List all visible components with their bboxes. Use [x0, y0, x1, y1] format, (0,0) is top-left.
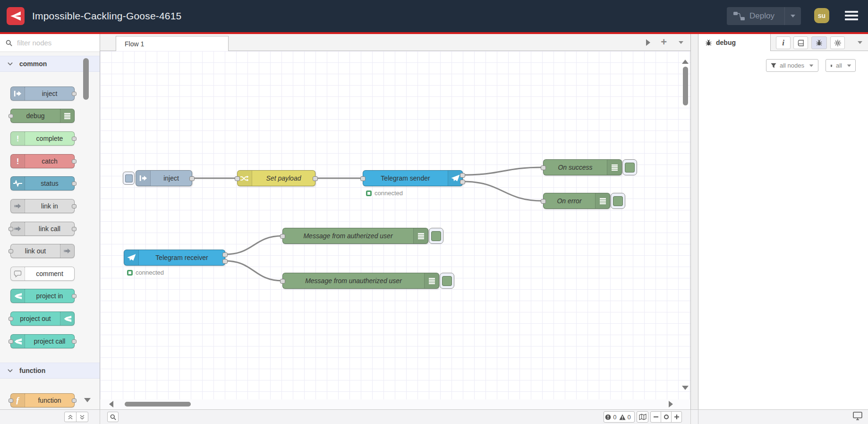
- palette-node-catch[interactable]: !catch: [10, 154, 75, 168]
- inject-trigger-button[interactable]: [123, 172, 135, 185]
- palette-node-label: comment: [25, 267, 74, 280]
- palette-scroll-down-icon[interactable]: [84, 398, 91, 402]
- wire[interactable]: [225, 261, 282, 281]
- palette-node-link-in[interactable]: link in: [10, 199, 75, 213]
- flow-node-msg-authorized[interactable]: Message from autherized user: [282, 228, 428, 244]
- gear-icon: [834, 39, 842, 47]
- zoom-in-button[interactable]: [671, 412, 681, 422]
- debug-filter-button[interactable]: all nodes: [766, 59, 818, 72]
- deploy-button[interactable]: Deploy: [727, 7, 801, 25]
- collapse-categories-button[interactable]: [64, 412, 77, 422]
- debug-enable-toggle[interactable]: [611, 193, 625, 209]
- warning-count-icon: [619, 414, 626, 420]
- palette-node-project-call[interactable]: project call: [10, 334, 75, 348]
- navigator-map-button[interactable]: [637, 411, 648, 423]
- flow-node-set-payload[interactable]: Set payload: [237, 170, 315, 186]
- palette-node-complete[interactable]: !complete: [10, 131, 75, 146]
- zoom-reset-button[interactable]: [661, 412, 671, 422]
- canvas-footer: 0 0: [100, 410, 690, 424]
- debug-clear-button[interactable]: all: [825, 59, 856, 72]
- filter-nodes-input[interactable]: [16, 38, 79, 47]
- palette-node-link-call[interactable]: link call: [10, 222, 75, 236]
- debug-enable-toggle[interactable]: [440, 273, 454, 289]
- node-output-port[interactable]: [222, 252, 228, 257]
- open-new-window-button[interactable]: [853, 412, 862, 422]
- help-panel-button[interactable]: [793, 36, 808, 49]
- main-menu-icon[interactable]: [845, 11, 858, 22]
- zoom-out-button[interactable]: [651, 412, 661, 422]
- palette-search[interactable]: [0, 34, 100, 52]
- node-input-port[interactable]: [360, 176, 366, 181]
- palette-node-project-in[interactable]: project in: [10, 289, 75, 303]
- tab-scroll-right-icon[interactable]: [646, 39, 650, 46]
- expand-categories-button[interactable]: [76, 412, 88, 422]
- canvas-hscrollbar-thumb[interactable]: [125, 402, 191, 407]
- flow-node-label: On error: [544, 193, 595, 208]
- node-output-port[interactable]: [189, 176, 195, 181]
- node-input-port[interactable]: [280, 279, 285, 284]
- node-input-port[interactable]: [541, 199, 546, 204]
- notifications-summary[interactable]: 0 0: [604, 411, 635, 423]
- node-input-port[interactable]: [280, 234, 285, 239]
- palette-node-label: project in: [25, 289, 74, 303]
- palette-footer: [0, 410, 100, 424]
- sidebar-menu-caret-icon[interactable]: [858, 41, 862, 44]
- palette-node-project-out[interactable]: project out: [10, 312, 75, 326]
- flow-node-telegram-sender[interactable]: Telegram senderconnected: [363, 170, 463, 186]
- wire[interactable]: [463, 182, 543, 201]
- flow-node-msg-unauthorized[interactable]: Message from unautherized user: [282, 273, 439, 289]
- zoom-controls: [650, 411, 682, 423]
- palette-node-label: link out: [11, 244, 60, 258]
- pulse-icon: [11, 177, 25, 190]
- node-output-port: [72, 137, 77, 141]
- canvas-scroll-right-icon[interactable]: [669, 401, 673, 407]
- palette-scrollbar-thumb[interactable]: [83, 58, 89, 100]
- monitor-icon: [853, 412, 862, 420]
- palette-node-function[interactable]: ƒfunction: [10, 393, 75, 407]
- flow-list-caret-icon[interactable]: [679, 41, 683, 44]
- canvas-hscrollbar[interactable]: [100, 399, 690, 409]
- debug-panel-button[interactable]: [811, 36, 827, 49]
- palette-node-link-out[interactable]: link out: [10, 244, 75, 258]
- node-status: connected: [366, 190, 403, 197]
- tab-flow-1[interactable]: Flow 1: [116, 36, 229, 51]
- flow-node-on-error[interactable]: On error: [543, 193, 610, 209]
- palette-node-status[interactable]: status: [10, 176, 75, 190]
- node-output-port[interactable]: [222, 259, 228, 264]
- flow-node-inject[interactable]: inject: [136, 170, 192, 186]
- palette-category-function[interactable]: function: [0, 363, 100, 379]
- debug-messages-area[interactable]: [698, 78, 868, 409]
- debug-enable-toggle[interactable]: [622, 159, 637, 175]
- add-flow-icon[interactable]: +: [661, 36, 667, 48]
- node-output-port: [72, 182, 77, 186]
- palette-node-comment[interactable]: comment: [10, 267, 75, 281]
- flow-grid[interactable]: injectSet payloadTelegram senderconnecte…: [100, 51, 690, 399]
- status-text: connected: [136, 269, 164, 276]
- canvas-scroll-left-icon[interactable]: [109, 401, 113, 407]
- node-output-port[interactable]: [460, 180, 465, 184]
- wire[interactable]: [463, 167, 543, 175]
- search-flows-button[interactable]: [107, 412, 119, 422]
- node-input-port[interactable]: [235, 176, 240, 181]
- node-output-port[interactable]: [313, 176, 318, 181]
- bubble-icon: [11, 267, 25, 280]
- panel-resize-handle[interactable]: [690, 34, 698, 409]
- node-input-port[interactable]: [541, 165, 546, 170]
- info-panel-button[interactable]: i: [776, 36, 791, 49]
- palette-node-inject[interactable]: inject: [10, 87, 75, 101]
- wire[interactable]: [225, 236, 282, 254]
- tab-debug[interactable]: debug: [698, 34, 771, 51]
- palette-node-debug[interactable]: debug: [10, 109, 75, 123]
- node-output-port[interactable]: [460, 173, 465, 178]
- flow-node-on-success[interactable]: On success: [543, 159, 622, 175]
- debug-enable-toggle[interactable]: [429, 228, 443, 244]
- info-icon: i: [782, 39, 784, 47]
- user-avatar[interactable]: su: [814, 8, 829, 23]
- flow-node-telegram-receiver[interactable]: Telegram receiverconnected: [124, 250, 225, 266]
- config-panel-button[interactable]: [830, 36, 845, 49]
- deploy-label: Deploy: [749, 11, 784, 21]
- deploy-options-caret-icon[interactable]: [785, 15, 801, 17]
- list-icon: [60, 109, 74, 122]
- node-output-port: [72, 294, 77, 298]
- trash-icon: [830, 62, 833, 69]
